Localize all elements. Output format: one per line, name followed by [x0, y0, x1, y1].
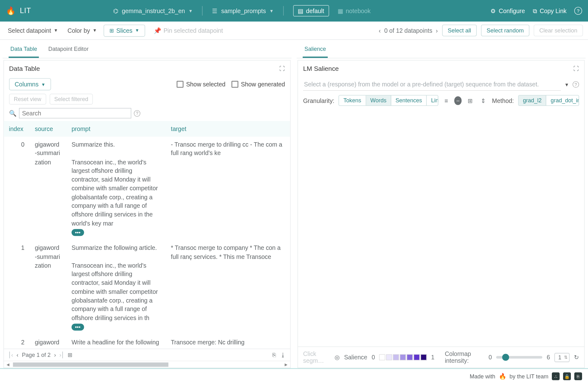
- lock-icon[interactable]: 🔒: [563, 372, 571, 380]
- intensity-spinner[interactable]: 1: [554, 353, 570, 362]
- table-row[interactable]: 1 gigaword-summarization Summarize the f…: [4, 240, 290, 334]
- copy-icon[interactable]: ⎘: [272, 352, 276, 358]
- dataset-selector-label: sample_prompts: [221, 7, 266, 14]
- layout-default-button[interactable]: ▤ default: [293, 5, 329, 17]
- show-generated-checkbox[interactable]: Show generated: [231, 81, 285, 88]
- next-icon[interactable]: ›: [436, 27, 438, 34]
- help-icon[interactable]: ?: [574, 7, 582, 15]
- colormap-high: 6: [547, 354, 550, 361]
- scroll-left-icon[interactable]: ◄: [4, 362, 12, 367]
- colormap-slider[interactable]: [496, 356, 542, 358]
- table-row[interactable]: 0 gigaword-summarization Summarize this.…: [4, 137, 290, 240]
- tab-salience[interactable]: Salience: [303, 43, 328, 58]
- col-source[interactable]: source: [30, 121, 67, 137]
- select-random-button[interactable]: Select random: [481, 25, 529, 36]
- horizontal-scrollbar[interactable]: ◄ ►: [4, 361, 290, 367]
- footer-text-1: Made with: [470, 373, 495, 380]
- scroll-right-icon[interactable]: ►: [282, 362, 290, 367]
- layout-notebook-button[interactable]: ▦ notebook: [333, 6, 375, 16]
- feedback-icon[interactable]: ⎘: [574, 372, 582, 380]
- color-by-dropdown[interactable]: Color by ▼: [65, 25, 99, 36]
- show-selected-label: Show selected: [186, 81, 225, 88]
- separator: [202, 6, 203, 15]
- fire-icon: 🔥: [499, 373, 506, 380]
- cell-target: - Transoc merge to drilling cc - The com…: [166, 137, 290, 240]
- scale-high: 1: [431, 354, 435, 361]
- right-tabs: Salience: [296, 40, 586, 58]
- list-icon: ☰: [212, 7, 218, 14]
- last-page-icon[interactable]: ›⎮: [59, 352, 64, 358]
- granularity-lines[interactable]: Lines: [427, 95, 439, 105]
- select-datapoint-dropdown[interactable]: Select datapoint ▼: [5, 25, 61, 36]
- data-table: index source prompt target 0 gigaword-su…: [4, 121, 290, 349]
- method-selector: grad_l2 grad_dot_input: [518, 95, 579, 106]
- method-grad-dot-input[interactable]: grad_dot_input: [547, 95, 579, 105]
- page-footer: Made with 🔥 by the LIT team ⛬ 🔒 ⎘: [0, 368, 588, 384]
- left-pane: Data Table Datapoint Editor Data Table ⛶…: [2, 40, 292, 368]
- show-selected-checkbox[interactable]: Show selected: [176, 81, 225, 88]
- prev-page-icon[interactable]: ‹: [17, 352, 18, 358]
- cell-index: 0: [4, 137, 30, 240]
- swatch: [379, 354, 385, 360]
- col-prompt[interactable]: prompt: [66, 121, 166, 137]
- download-icon[interactable]: ⭳: [280, 352, 286, 358]
- toggle-icon[interactable]: –: [454, 96, 462, 105]
- columns-dropdown[interactable]: Columns ▼: [9, 78, 51, 90]
- table-row[interactable]: 2 gigaword-summarization Write a headlin…: [4, 334, 290, 348]
- select-datapoint-label: Select datapoint: [8, 27, 51, 34]
- cell-prompt: Summarize this. Transocean inc., the wor…: [66, 137, 166, 240]
- more-icon[interactable]: •••: [72, 229, 84, 236]
- salience-scale-label: Salience: [344, 354, 367, 361]
- next-page-icon[interactable]: ›: [54, 352, 56, 358]
- reset-icon[interactable]: ↻: [574, 354, 579, 361]
- dataset-selector[interactable]: ☰ sample_prompts ▼: [212, 7, 273, 14]
- layout-icon: ▤: [298, 7, 303, 14]
- col-target[interactable]: target: [166, 121, 290, 137]
- datapoint-nav: ‹ 0 of 12 datapoints ›: [379, 27, 438, 34]
- target-selector[interactable]: Select a (response) from the model or a …: [303, 78, 561, 91]
- density-icon[interactable]: ≡: [443, 96, 450, 105]
- clear-selection-button: Clear selection: [534, 25, 583, 36]
- tab-datapoint-editor[interactable]: Datapoint Editor: [46, 43, 90, 58]
- granularity-tokens[interactable]: Tokens: [339, 95, 366, 105]
- help-icon[interactable]: ?: [573, 81, 579, 88]
- toolbar: Select datapoint ▼ Color by ▼ ⊞ Slices ▼…: [0, 22, 588, 40]
- method-grad-l2[interactable]: grad_l2: [518, 95, 546, 105]
- data-table-card: Data Table ⛶ Columns ▼ Show selected Sho…: [3, 60, 291, 368]
- colormap-low: 0: [489, 354, 492, 361]
- search-input[interactable]: [19, 108, 131, 118]
- color-swatches: [379, 354, 427, 360]
- caret-down-icon[interactable]: ▼: [564, 82, 569, 87]
- pin-datapoint-button: 📌 Pin selected datapoint: [149, 25, 227, 36]
- expand-icon[interactable]: ⛶: [573, 65, 579, 72]
- col-index[interactable]: index: [4, 121, 30, 137]
- lm-salience-card: LM Salience ⛶ Select a (response) from t…: [297, 60, 585, 368]
- first-page-icon[interactable]: ⎮‹: [8, 352, 13, 358]
- granularity-sentences[interactable]: Sentences: [391, 95, 427, 105]
- slider-knob[interactable]: [502, 354, 509, 361]
- tab-data-table[interactable]: Data Table: [9, 43, 39, 58]
- table-scroll[interactable]: index source prompt target 0 gigaword-su…: [4, 121, 290, 349]
- prev-icon[interactable]: ‹: [379, 27, 381, 34]
- bug-icon[interactable]: ⛬: [552, 372, 560, 380]
- granularity-words[interactable]: Words: [366, 95, 391, 105]
- show-generated-label: Show generated: [241, 81, 285, 88]
- configure-button[interactable]: ⚙ Configure: [490, 7, 525, 14]
- cell-source: gigaword-summarization: [30, 334, 67, 348]
- caret-down-icon: ▼: [135, 28, 139, 33]
- grid-view-icon[interactable]: ⊞: [466, 96, 475, 105]
- caret-down-icon: ▼: [269, 8, 274, 13]
- model-selector[interactable]: ⌬ gemma_instruct_2b_en ▼: [113, 7, 193, 14]
- cell-source: gigaword-summarization: [30, 137, 67, 240]
- expand-icon[interactable]: ⛶: [279, 65, 285, 72]
- slices-button[interactable]: ⊞ Slices ▼: [104, 24, 145, 36]
- grid-icon[interactable]: ⊞: [68, 352, 72, 358]
- more-icon[interactable]: •••: [72, 323, 84, 330]
- configure-label: Configure: [499, 7, 525, 14]
- help-icon[interactable]: ?: [134, 110, 140, 116]
- pin-icon: 📌: [154, 27, 161, 34]
- right-pane: Salience LM Salience ⛶ Select a (respons…: [296, 40, 586, 368]
- split-icon[interactable]: ⇕: [479, 96, 488, 105]
- copy-link-button[interactable]: ⧉ Copy Link: [533, 7, 566, 15]
- select-all-button[interactable]: Select all: [442, 25, 477, 36]
